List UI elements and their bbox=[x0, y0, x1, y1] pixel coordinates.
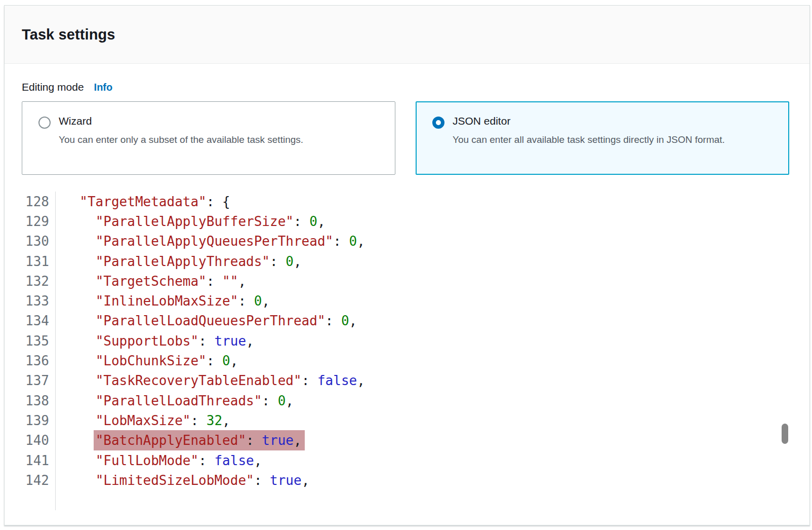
code-text: "SupportLobs": true, bbox=[56, 333, 254, 349]
line-number: 132 bbox=[22, 271, 56, 291]
line-number: 136 bbox=[22, 351, 56, 370]
task-settings-body: Editing mode Info Wizard You can enter o… bbox=[5, 81, 809, 510]
line-number: 135 bbox=[22, 331, 56, 351]
code-line: 131 "ParallelApplyThreads": 0, bbox=[22, 251, 792, 271]
line-number: 133 bbox=[22, 291, 56, 311]
code-line: 142 "LimitedSizeLobMode": true, bbox=[22, 470, 792, 490]
line-number: 137 bbox=[22, 371, 56, 391]
wizard-option-description: You can enter only a subset of the avail… bbox=[59, 132, 303, 147]
line-number: 138 bbox=[22, 391, 56, 410]
line-number: 139 bbox=[22, 410, 56, 430]
highlighted-code: "BatchApplyEnabled": true, bbox=[94, 430, 305, 450]
code-line: 133 "InlineLobMaxSize": 0, bbox=[22, 291, 792, 311]
json-editor-radio-button[interactable] bbox=[432, 117, 444, 129]
code-text: "BatchApplyEnabled": true, bbox=[56, 433, 305, 448]
code-line: 136 "LobChunkSize": 0, bbox=[22, 351, 792, 370]
code-line: 138 "ParallelLoadThreads": 0, bbox=[22, 391, 792, 410]
code-text: "LimitedSizeLobMode": true, bbox=[56, 473, 309, 488]
code-text: "ParallelLoadQueuesPerThread": 0, bbox=[56, 313, 357, 328]
code-line: 128 "TargetMetadata": { bbox=[22, 192, 792, 211]
code-line bbox=[22, 490, 792, 510]
line-number: 128 bbox=[22, 192, 56, 211]
code-line: 130 "ParallelApplyQueuesPerThread": 0, bbox=[22, 232, 792, 251]
code-line: 137 "TaskRecoveryTableEnabled": false, bbox=[22, 371, 792, 391]
code-line: 129 "ParallelApplyBufferSize": 0, bbox=[22, 211, 792, 231]
code-line: 140 "BatchApplyEnabled": true, bbox=[22, 431, 792, 450]
line-number: 141 bbox=[22, 450, 56, 470]
page-title: Task settings bbox=[22, 26, 115, 43]
editing-mode-label: Editing mode bbox=[22, 81, 84, 93]
code-text: "LobMaxSize": 32, bbox=[56, 413, 230, 428]
code-text: "ParallelApplyThreads": 0, bbox=[56, 254, 302, 269]
code-line: 134 "ParallelLoadQueuesPerThread": 0, bbox=[22, 311, 792, 331]
code-text: "TargetMetadata": { bbox=[56, 194, 230, 209]
json-code-editor[interactable]: 128 "TargetMetadata": {129 "ParallelAppl… bbox=[22, 192, 792, 510]
wizard-option-label: Wizard bbox=[59, 115, 303, 127]
code-text: "ParallelApplyQueuesPerThread": 0, bbox=[56, 234, 365, 249]
code-text: "TargetSchema": "", bbox=[56, 274, 246, 289]
code-text: "FullLobMode": false, bbox=[56, 453, 262, 468]
wizard-radio-button[interactable] bbox=[38, 117, 51, 129]
json-editor-option-card[interactable]: JSON editor You can enter all available … bbox=[416, 101, 789, 175]
code-text: "InlineLobMaxSize": 0, bbox=[56, 293, 270, 309]
line-number: 131 bbox=[22, 251, 56, 271]
code-text: "LobChunkSize": 0, bbox=[56, 353, 238, 368]
scrollbar-thumb[interactable] bbox=[782, 424, 788, 444]
line-number: 129 bbox=[22, 211, 56, 231]
json-editor-option-text: JSON editor You can enter all available … bbox=[453, 115, 725, 162]
code-line: 135 "SupportLobs": true, bbox=[22, 331, 792, 351]
code-text: "ParallelLoadThreads": 0, bbox=[56, 393, 294, 408]
line-number bbox=[22, 490, 56, 510]
line-number: 142 bbox=[22, 470, 56, 490]
json-editor-option-description: You can enter all available task setting… bbox=[453, 132, 725, 147]
code-line: 139 "LobMaxSize": 32, bbox=[22, 410, 792, 430]
editing-mode-row: Editing mode Info bbox=[22, 81, 792, 93]
info-link[interactable]: Info bbox=[94, 82, 113, 93]
line-number: 130 bbox=[22, 232, 56, 251]
code-line: 132 "TargetSchema": "", bbox=[22, 271, 792, 291]
task-settings-header: Task settings bbox=[5, 6, 809, 64]
json-editor-option-label: JSON editor bbox=[453, 115, 725, 127]
code-text: "ParallelApplyBufferSize": 0, bbox=[56, 214, 326, 229]
line-number: 140 bbox=[22, 431, 56, 450]
task-settings-page: Task settings Editing mode Info Wizard Y… bbox=[0, 0, 812, 530]
wizard-option-text: Wizard You can enter only a subset of th… bbox=[59, 115, 303, 162]
code-line: 141 "FullLobMode": false, bbox=[22, 450, 792, 470]
wizard-option-card[interactable]: Wizard You can enter only a subset of th… bbox=[22, 101, 395, 175]
line-number: 134 bbox=[22, 311, 56, 331]
task-settings-container: Task settings Editing mode Info Wizard Y… bbox=[4, 5, 810, 525]
code-text: "TaskRecoveryTableEnabled": false, bbox=[56, 373, 365, 388]
editing-mode-tiles: Wizard You can enter only a subset of th… bbox=[22, 101, 792, 175]
